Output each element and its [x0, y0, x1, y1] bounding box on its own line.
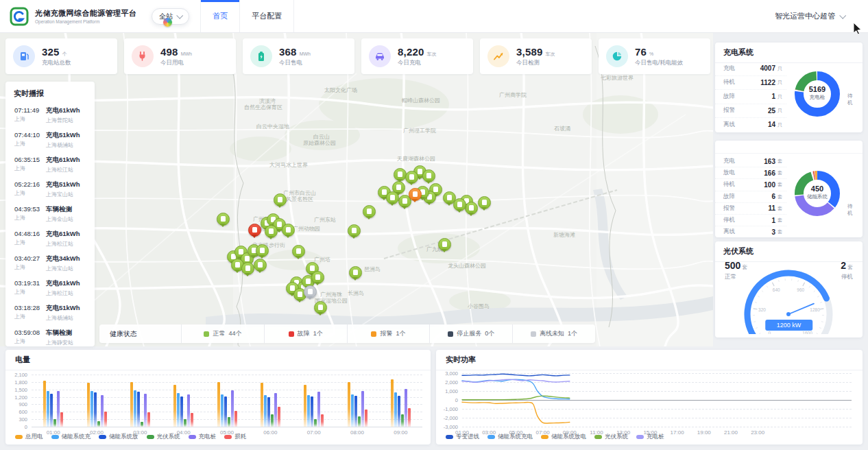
legend-marker-icon [99, 435, 106, 439]
legend-square-icon [204, 331, 209, 337]
station-pin-normal[interactable] [363, 205, 376, 218]
health-item-离线未知[interactable]: 离线未知1个 [512, 324, 595, 343]
kpi-value: 498 [160, 46, 178, 58]
legend-item-充电桩[interactable]: 充电桩 [636, 433, 664, 441]
bar-光伏系统 [141, 422, 143, 427]
broadcast-station: 上海松江站 [46, 166, 80, 174]
health-item-停止服务[interactable]: 停止服务0个 [429, 324, 512, 343]
station-pin-normal[interactable] [478, 196, 491, 209]
bar-储能系统放 [398, 396, 400, 427]
station-pin-normal[interactable] [438, 238, 451, 251]
station-pin-normal[interactable] [292, 245, 305, 258]
broadcast-event: 充电61kWh [46, 230, 80, 239]
station-pin-normal[interactable] [465, 202, 478, 215]
broadcast-station: 上海静安站 [46, 339, 73, 346]
station-pin-normal[interactable] [314, 301, 327, 314]
broadcast-time: 03:18:28 [14, 304, 46, 311]
bar-储能系统充 [351, 394, 354, 427]
broadcast-item: 03:19:31上海充电61kWh上海松江站 [5, 276, 95, 300]
health-item-正常[interactable]: 正常44个 [181, 324, 264, 343]
station-pin-normal[interactable] [274, 193, 287, 206]
kpi-label: 今日充电 [398, 59, 437, 67]
station-pin-normal[interactable] [348, 224, 361, 237]
stat-row-放电: 放电166套 [715, 167, 786, 179]
legend-marker-icon [224, 435, 232, 439]
bar-总用电 [348, 382, 350, 427]
plug-icon [132, 45, 154, 67]
broadcast-station: 上海松江站 [46, 289, 80, 297]
tab-首页[interactable]: 首页 [200, 0, 239, 32]
legend-label: 损耗 [234, 433, 246, 441]
station-pin-normal[interactable] [394, 168, 407, 181]
stat-row-待机: 待机1122只 [715, 76, 786, 91]
station-pin-normal[interactable] [405, 171, 418, 184]
station-pin-normal[interactable] [256, 244, 269, 257]
station-pin-normal[interactable] [422, 169, 435, 182]
stat-row-故障: 故障1只 [715, 90, 786, 104]
kpi-unit: 个 [62, 51, 67, 58]
station-pin-normal[interactable] [386, 191, 399, 204]
broadcast-city: 上海 [14, 239, 46, 246]
health-item-count: 1个 [313, 329, 323, 338]
broadcast-time: 03:59:08 [14, 329, 46, 336]
bar-损耗 [191, 413, 193, 427]
legend-item-光伏系统[interactable]: 光伏系统 [594, 433, 628, 441]
legend-marker-icon [51, 435, 59, 439]
bar-储能系统放 [224, 396, 227, 427]
storage-center-label: 储能系统 [786, 193, 849, 200]
gridline [32, 390, 422, 390]
legend-label: 储能系统充 [62, 433, 91, 441]
bar-充电桩 [57, 391, 60, 427]
station-pin-normal[interactable] [265, 225, 278, 238]
kpi-unit: % [649, 51, 653, 56]
kpi-value: 325 [42, 46, 60, 58]
legend-label: 光伏系统 [157, 433, 180, 441]
health-item-故障[interactable]: 故障1个 [264, 324, 347, 343]
station-pin-offline[interactable] [304, 285, 317, 298]
station-pin-normal[interactable] [254, 259, 267, 272]
user-menu[interactable]: 智光运营中心超管 [775, 11, 845, 21]
legend-item-储能系统放[interactable]: 储能系统放 [99, 433, 138, 441]
broadcast-time: 07:44:10 [14, 131, 46, 139]
legend-item-储能系统充[interactable]: 储能系统充 [51, 433, 91, 441]
broadcast-event: 充电34kWh [46, 254, 80, 263]
broadcast-item: 04:39:53上海车辆检测上海金山站 [5, 202, 95, 226]
energy-chart-panel: 电量 2,1001,8001,5001,200900600300001:0002… [5, 350, 431, 445]
legend-item-损耗[interactable]: 损耗 [224, 433, 246, 441]
realtime-broadcast-panel: 实时播报 07:11:49上海充电61kWh上海普陀站07:44:10上海充电5… [5, 82, 95, 346]
broadcast-city: 上海 [14, 140, 46, 147]
bar-充电桩 [187, 394, 190, 427]
legend-item-专变进线[interactable]: 专变进线 [446, 433, 479, 441]
station-pin-normal[interactable] [282, 224, 295, 237]
station-pin-alarm[interactable] [409, 188, 422, 201]
health-item-报警[interactable]: 报警1个 [347, 324, 430, 343]
kpi-card-4: 3,589车次今日检测 [480, 38, 592, 74]
station-pin-normal[interactable] [453, 198, 466, 211]
broadcast-station: 上海杨浦站 [46, 314, 80, 322]
legend-item-储能系统放电[interactable]: 储能系统放电 [541, 433, 586, 441]
tab-平台配置[interactable]: 平台配置 [239, 0, 294, 32]
bar-储能系统放 [137, 392, 140, 427]
kpi-card-0: 325个充电站总数 [5, 38, 117, 74]
legend-square-icon [289, 331, 294, 337]
broadcast-item: 04:48:16上海充电61kWh上海松江站 [5, 226, 95, 251]
tab-label: 平台配置 [252, 11, 282, 21]
station-pin-normal[interactable] [241, 262, 254, 275]
map-canvas[interactable] [0, 32, 713, 346]
legend-item-总用电[interactable]: 总用电 [15, 433, 43, 441]
legend-item-光伏系统[interactable]: 光伏系统 [147, 433, 180, 441]
station-pin-normal[interactable] [311, 271, 324, 284]
bar-损耗 [104, 412, 107, 427]
station-pin-normal[interactable] [217, 213, 230, 226]
legend-marker-icon [636, 435, 644, 439]
y-axis-label: 900 [7, 401, 27, 407]
station-pin-fault[interactable] [248, 224, 261, 237]
station-pin-normal[interactable] [349, 266, 362, 279]
power-chart-panel: 实时功率 3,0002,0001,0000-1,000-2,000-3,0000… [436, 350, 863, 445]
app-header: 光储充微网综合能源管理平台 Operation Management Platf… [0, 0, 868, 33]
legend-item-储能系统充电[interactable]: 储能系统充电 [487, 433, 533, 441]
bar-总用电 [304, 385, 306, 427]
health-status-label: 健康状态 [99, 329, 181, 339]
legend-item-充电桩[interactable]: 充电桩 [189, 433, 217, 441]
kpi-label: 今日检测 [516, 59, 555, 67]
